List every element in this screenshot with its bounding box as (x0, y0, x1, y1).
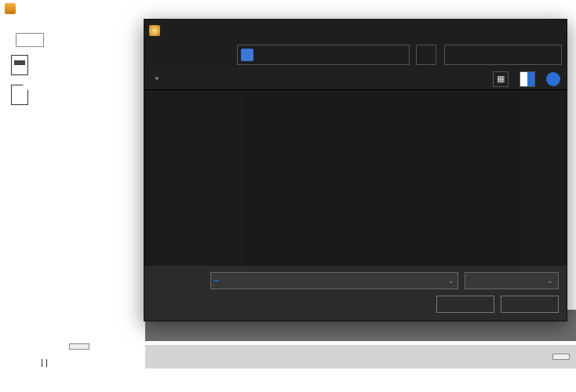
footer-links: | | (41, 358, 48, 367)
open-dialog: ▼ ▦ ⌄ ⌄ (144, 19, 567, 321)
search-input[interactable] (444, 45, 562, 65)
dialog-close-button[interactable] (530, 20, 562, 42)
browse-button[interactable] (552, 354, 570, 360)
preview-pane-toggle[interactable] (519, 71, 535, 87)
preview-pane (519, 90, 567, 266)
refresh-button[interactable] (416, 45, 436, 65)
folder-tree (144, 90, 245, 266)
chevron-down-icon: ▼ (154, 75, 160, 82)
folder-icon (11, 55, 28, 75)
title-select-input[interactable] (16, 33, 44, 47)
file-name-input[interactable]: ⌄ (210, 272, 458, 289)
pc-icon (241, 49, 253, 61)
organize-menu[interactable]: ▼ (151, 75, 160, 82)
dialog-app-icon (149, 25, 160, 36)
maximize-button[interactable] (512, 1, 541, 16)
nav-up-button[interactable] (215, 45, 234, 64)
nav-forward-button[interactable] (171, 45, 190, 64)
breadcrumb[interactable] (237, 45, 410, 65)
help-button[interactable] (546, 72, 560, 86)
nav-history-dropdown[interactable] (193, 45, 212, 64)
file-icon (11, 85, 28, 105)
file-name-value (214, 280, 219, 281)
file-grid (245, 90, 519, 266)
open-button[interactable] (436, 296, 494, 313)
file-type-filter[interactable]: ⌄ (465, 272, 559, 289)
view-options-button[interactable]: ▦ (493, 71, 509, 87)
cancel-button[interactable] (501, 296, 559, 313)
handbrake-titlebar (0, 0, 576, 17)
chevron-down-icon[interactable]: ⌄ (448, 277, 454, 285)
chevron-down-icon: ⌄ (547, 277, 553, 285)
minimize-button[interactable] (482, 1, 512, 16)
handbrake-logo-icon (5, 3, 16, 14)
nav-back-button[interactable] (149, 45, 168, 64)
close-button[interactable] (541, 1, 571, 16)
source-cancel-button[interactable] (69, 343, 89, 350)
destination-bar (145, 345, 576, 368)
